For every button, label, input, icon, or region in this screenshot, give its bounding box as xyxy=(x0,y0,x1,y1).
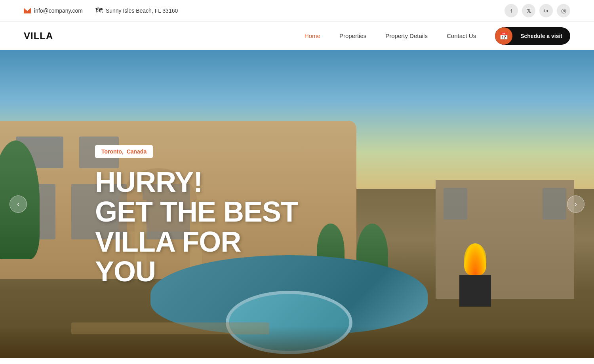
nav-item-property-details[interactable]: Property Details xyxy=(385,32,428,40)
headline-line2: GET THE BEST xyxy=(95,197,298,227)
nav-link-properties[interactable]: Properties xyxy=(339,32,366,39)
left-chevron-icon: ‹ xyxy=(17,200,19,209)
brand-logo[interactable]: VILLA xyxy=(24,30,53,42)
topbar: info@company.com 🗺 Sunny Isles Beach, FL… xyxy=(0,0,594,22)
secondary-building xyxy=(436,180,574,299)
navbar: VILLA Home Properties Property Details C… xyxy=(0,22,594,50)
nav-item-home[interactable]: Home xyxy=(305,32,320,40)
email-icon xyxy=(24,8,31,13)
email-text: info@company.com xyxy=(34,8,83,14)
nav-item-contact[interactable]: Contact Us xyxy=(447,32,476,40)
hero-next-arrow[interactable]: › xyxy=(567,195,584,213)
map-icon: 🗺 xyxy=(95,7,103,15)
nav-link-contact[interactable]: Contact Us xyxy=(447,32,476,39)
address-info: 🗺 Sunny Isles Beach, FL 33160 xyxy=(95,7,178,15)
fire-flame xyxy=(464,243,486,275)
address-text: Sunny Isles Beach, FL 33160 xyxy=(106,8,178,14)
schedule-visit-label: Schedule a visit xyxy=(512,33,570,39)
schedule-visit-button[interactable]: 📅 Schedule a visit xyxy=(495,27,570,45)
twitter-icon[interactable]: 𝕏 xyxy=(522,4,535,17)
calendar-icon: 📅 xyxy=(495,27,512,45)
nav-menu: Home Properties Property Details Contact… xyxy=(305,32,476,40)
fire-bowl xyxy=(459,275,491,307)
instagram-icon[interactable]: ◎ xyxy=(557,4,570,17)
location-city: Toronto, xyxy=(101,148,124,155)
location-country: Canada xyxy=(127,148,147,155)
nav-link-property-details[interactable]: Property Details xyxy=(385,32,428,39)
hero-content: Toronto, Canada HURRY! GET THE BEST VILL… xyxy=(95,145,298,287)
hero-headline: HURRY! GET THE BEST VILLA FOR YOU xyxy=(95,167,298,287)
topbar-contact-info: info@company.com 🗺 Sunny Isles Beach, FL… xyxy=(24,7,178,15)
headline-line3: VILLA FOR xyxy=(95,227,298,257)
linkedin-icon[interactable]: in xyxy=(539,4,553,17)
right-chevron-icon: › xyxy=(575,200,577,209)
hero-section: ‹ › Toronto, Canada HURRY! GET THE BEST … xyxy=(0,50,594,358)
hero-prev-arrow[interactable]: ‹ xyxy=(10,195,27,213)
email-info: info@company.com xyxy=(24,8,83,14)
location-badge: Toronto, Canada xyxy=(95,145,153,158)
facebook-icon[interactable]: f xyxy=(505,4,518,17)
nav-item-properties[interactable]: Properties xyxy=(339,32,366,40)
nav-link-home[interactable]: Home xyxy=(305,32,320,39)
headline-line1: HURRY! xyxy=(95,167,298,197)
social-links: f 𝕏 in ◎ xyxy=(505,4,570,17)
headline-line4: YOU xyxy=(95,257,298,287)
